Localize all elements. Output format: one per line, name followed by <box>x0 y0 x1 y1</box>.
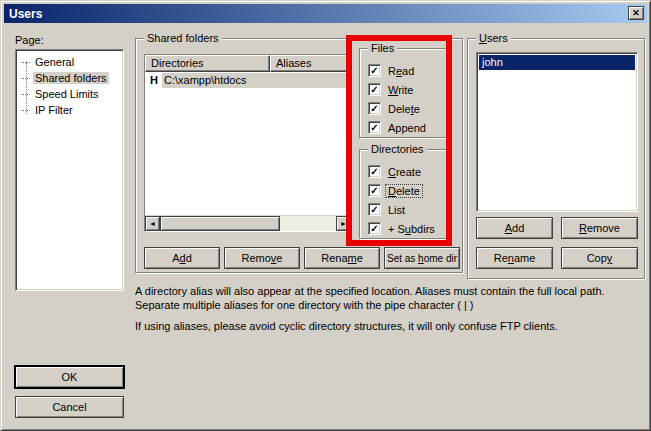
subdirs-checkbox[interactable]: ✓ <box>368 222 381 235</box>
checkbox-row-create[interactable]: ✓ Create <box>368 163 423 180</box>
user-rename-button[interactable]: Rename <box>476 247 553 269</box>
folder-add-label: Add <box>172 252 192 264</box>
set-home-dir-button[interactable]: Set as home dir <box>384 247 460 269</box>
checkbox-row-append[interactable]: ✓ Append <box>368 119 428 136</box>
notes-area: A directory alias will also appear at th… <box>135 284 651 340</box>
page-listbox[interactable]: General Shared folders Speed Limits IP F… <box>15 49 124 291</box>
checkbox-row-write[interactable]: ✓ Write <box>368 81 415 98</box>
list-label: List <box>386 204 407 216</box>
directories-listview[interactable]: Directories Aliases H C:\xampp\htdocs ◄ … <box>144 54 352 232</box>
users-group-label: Users <box>476 32 511 44</box>
subdirs-label: + Subdirs <box>386 223 437 235</box>
home-dir-marker: H <box>145 74 162 86</box>
shared-folders-group-label: Shared folders <box>144 32 222 44</box>
scroll-left-button[interactable]: ◄ <box>145 216 160 231</box>
folder-rename-label: Rename <box>321 252 363 264</box>
checkbox-row-dir-delete[interactable]: ✓ Delete <box>368 182 422 199</box>
users-listbox[interactable]: john <box>476 52 638 212</box>
page-item-speed-limits[interactable]: Speed Limits <box>18 86 121 102</box>
column-header-aliases[interactable]: Aliases <box>270 55 351 72</box>
file-delete-checkbox[interactable]: ✓ <box>368 102 381 115</box>
ok-button[interactable]: OK <box>15 366 124 388</box>
file-delete-label: Delete <box>386 103 422 115</box>
page-item-general[interactable]: General <box>18 54 121 70</box>
close-button[interactable]: ✕ <box>628 6 644 20</box>
user-rename-label: Rename <box>494 252 536 264</box>
page-item-label: Shared folders <box>33 72 109 84</box>
cancel-label: Cancel <box>52 401 86 413</box>
checkbox-row-subdirs[interactable]: ✓ + Subdirs <box>368 220 437 237</box>
directories-permissions-group: Directories ✓ Create ✓ Delete ✓ List ✓ +… <box>359 149 449 239</box>
dir-delete-checkbox[interactable]: ✓ <box>368 184 381 197</box>
user-copy-label: Copy <box>587 252 613 264</box>
files-permissions-group: Files ✓ Read ✓ Write ✓ Delete ✓ Append <box>359 48 449 138</box>
user-remove-button[interactable]: Remove <box>561 217 638 239</box>
cyclic-note: If using aliases, please avoid cyclic di… <box>135 319 651 333</box>
titlebar[interactable]: Users ✕ <box>4 4 647 23</box>
window-title: Users <box>9 7 42 21</box>
scroll-left-icon: ◄ <box>149 220 156 227</box>
check-icon: ✓ <box>370 123 378 133</box>
cancel-button[interactable]: Cancel <box>15 396 124 418</box>
checkbox-row-file-delete[interactable]: ✓ Delete <box>368 100 422 117</box>
horizontal-scrollbar[interactable]: ◄ ► <box>145 215 351 231</box>
column-header-directories[interactable]: Directories <box>145 55 270 72</box>
scrollbar-thumb[interactable] <box>160 216 280 231</box>
check-icon: ✓ <box>370 205 378 215</box>
folder-add-button[interactable]: Add <box>144 247 220 269</box>
write-checkbox[interactable]: ✓ <box>368 83 381 96</box>
dir-delete-label: Delete <box>386 185 422 197</box>
check-icon: ✓ <box>370 85 378 95</box>
alias-note: A directory alias will also appear at th… <box>135 284 651 312</box>
user-add-button[interactable]: Add <box>476 217 553 239</box>
ok-label: OK <box>62 371 78 383</box>
users-group: Users john Add Remove Rename Copy <box>467 38 645 279</box>
page-item-label: Speed Limits <box>33 88 101 100</box>
page-item-shared-folders[interactable]: Shared folders <box>18 70 121 86</box>
checkbox-row-read[interactable]: ✓ Read <box>368 62 416 79</box>
write-label: Write <box>386 84 415 96</box>
page-label: Page: <box>15 34 44 46</box>
check-icon: ✓ <box>370 167 378 177</box>
directories-group-label: Directories <box>368 143 427 155</box>
listview-header: Directories Aliases <box>145 55 351 72</box>
user-item-john[interactable]: john <box>479 55 635 70</box>
directory-path: C:\xampp\htdocs <box>162 73 351 88</box>
scroll-right-button[interactable]: ► <box>336 216 351 231</box>
read-checkbox[interactable]: ✓ <box>368 64 381 77</box>
check-icon: ✓ <box>370 224 378 234</box>
read-label: Read <box>386 65 416 77</box>
append-checkbox[interactable]: ✓ <box>368 121 381 134</box>
check-icon: ✓ <box>370 104 378 114</box>
files-group-label: Files <box>368 42 397 54</box>
listview-body: H C:\xampp\htdocs <box>145 72 351 215</box>
scroll-right-icon: ► <box>340 220 347 227</box>
create-checkbox[interactable]: ✓ <box>368 165 381 178</box>
page-item-label: IP Filter <box>33 104 75 116</box>
folder-remove-label: Remove <box>242 252 283 264</box>
user-remove-label: Remove <box>579 222 620 234</box>
page-item-label: General <box>33 56 76 68</box>
directory-row[interactable]: H C:\xampp\htdocs <box>145 72 351 88</box>
create-label: Create <box>386 166 423 178</box>
check-icon: ✓ <box>370 186 378 196</box>
page-item-ip-filter[interactable]: IP Filter <box>18 102 121 118</box>
folder-remove-button[interactable]: Remove <box>224 247 300 269</box>
append-label: Append <box>386 122 428 134</box>
set-home-dir-label: Set as home dir <box>387 253 457 264</box>
user-copy-button[interactable]: Copy <box>561 247 638 269</box>
list-checkbox[interactable]: ✓ <box>368 203 381 216</box>
checkbox-row-list[interactable]: ✓ List <box>368 201 407 218</box>
check-icon: ✓ <box>370 66 378 76</box>
close-icon: ✕ <box>632 9 640 18</box>
folder-rename-button[interactable]: Rename <box>304 247 380 269</box>
user-add-label: Add <box>505 222 525 234</box>
scrollbar-track[interactable] <box>280 216 336 231</box>
users-dialog: Users ✕ Page: General Shared folders Spe… <box>0 0 651 431</box>
